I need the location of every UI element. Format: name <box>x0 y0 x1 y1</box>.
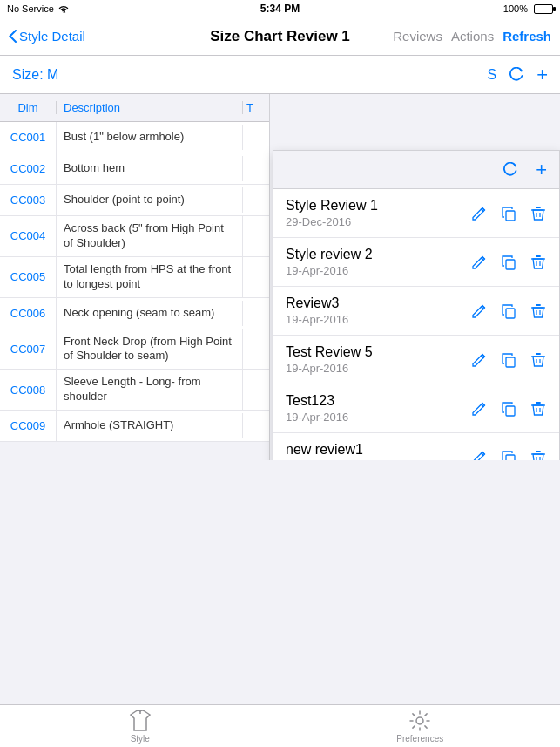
actions-button[interactable]: Actions <box>451 29 494 44</box>
review-list-item[interactable]: Review3 19-Apr-2016 <box>273 287 559 336</box>
edit-icon[interactable] <box>470 205 488 222</box>
table-header: Dim Description T <box>0 94 269 122</box>
review-item-text: new review1 22-Apr-2016 <box>286 442 470 460</box>
review-item-text: Style review 2 19-Apr-2016 <box>286 247 470 277</box>
copy-icon[interactable] <box>500 351 517 369</box>
sub-header-right: S + <box>487 65 548 85</box>
review-list-item[interactable]: Test Review 5 19-Apr-2016 <box>273 336 559 384</box>
trash-icon[interactable] <box>530 205 547 222</box>
table-row[interactable]: CC005 Total length from HPS at the front… <box>0 257 269 298</box>
review-item-text: Test123 19-Apr-2016 <box>286 393 470 424</box>
cell-desc: Bust (1" below armhole) <box>57 125 243 150</box>
edit-icon[interactable] <box>470 302 488 320</box>
svg-rect-4 <box>506 406 515 416</box>
table-row[interactable]: CC008 Sleeve Length - Long- from shoulde… <box>0 370 269 411</box>
tab-style[interactable]: Style <box>0 710 280 744</box>
review-list-item[interactable]: Style review 2 19-Apr-2016 <box>273 238 559 287</box>
table-row[interactable]: CC001 Bust (1" below armhole) <box>0 122 269 153</box>
svg-rect-5 <box>506 455 515 461</box>
review-item-date: 19-Apr-2016 <box>286 411 470 424</box>
copy-icon[interactable] <box>500 205 517 222</box>
cell-t <box>243 166 269 173</box>
review-list-item[interactable]: new review1 22-Apr-2016 <box>273 433 559 460</box>
table-row[interactable]: CC002 Bottom hem <box>0 153 269 185</box>
review-item-date: 19-Apr-2016 <box>286 362 470 375</box>
reviews-dropdown: + Style Review 1 29-Dec-2016 <box>273 150 560 460</box>
cell-desc: Sleeve Length - Long- from shoulder <box>57 370 243 410</box>
svg-rect-3 <box>506 357 515 367</box>
copy-icon[interactable] <box>500 254 517 271</box>
main-content: Size: M S + Dim Description T CC001 Bust… <box>0 56 560 704</box>
status-time: 5:34 PM <box>260 3 300 15</box>
svg-rect-2 <box>506 309 515 318</box>
col-desc-header: Description <box>57 101 243 114</box>
empty-area <box>0 460 560 704</box>
tab-preferences[interactable]: Preferences <box>280 710 561 744</box>
col-t-header: T <box>243 101 269 114</box>
cell-desc: Front Neck Drop (from High Point of Shou… <box>57 329 243 370</box>
cell-dim: CC009 <box>0 411 57 441</box>
review-item-name: new review1 <box>286 442 470 458</box>
table-row[interactable]: CC007 Front Neck Drop (from High Point o… <box>0 329 269 370</box>
size-label: Size: M <box>12 67 58 83</box>
cell-desc: Bottom hem <box>57 156 243 181</box>
trash-icon[interactable] <box>530 254 547 271</box>
cell-dim: CC007 <box>0 329 57 370</box>
dropdown-add-button[interactable]: + <box>536 160 547 180</box>
svg-point-6 <box>416 717 423 724</box>
dim-table: Dim Description T CC001 Bust (1" below a… <box>0 94 270 460</box>
refresh-button[interactable]: Refresh <box>503 29 551 44</box>
add-review-button[interactable]: + <box>536 65 548 85</box>
table-empty-area <box>0 442 269 460</box>
cell-dim: CC008 <box>0 370 57 410</box>
style-tab-icon <box>128 710 152 732</box>
trash-icon[interactable] <box>530 400 547 418</box>
edit-icon[interactable] <box>470 351 488 369</box>
cell-dim: CC004 <box>0 216 57 256</box>
preferences-tab-icon <box>408 710 431 732</box>
review-item-date: 19-Apr-2016 <box>286 313 470 326</box>
refresh-icon[interactable] <box>509 65 524 84</box>
content-area: Dim Description T CC001 Bust (1" below a… <box>0 94 560 460</box>
review-list-item[interactable]: Test123 19-Apr-2016 <box>273 384 559 433</box>
copy-icon[interactable] <box>500 302 517 320</box>
trash-icon[interactable] <box>530 302 547 320</box>
review-item-actions <box>470 254 547 271</box>
edit-icon[interactable] <box>470 400 488 418</box>
cell-desc: Across back (5" from High Point of Shoul… <box>57 216 243 256</box>
battery-label: 100% <box>503 3 528 14</box>
cell-t <box>243 134 269 141</box>
cell-t <box>243 274 269 281</box>
table-row[interactable]: CC003 Shoulder (point to point) <box>0 185 269 216</box>
copy-icon[interactable] <box>500 400 517 418</box>
review-list: Style Review 1 29-Dec-2016 <box>273 189 559 460</box>
style-tab-label: Style <box>131 734 150 744</box>
back-button[interactable]: Style Detail <box>9 29 85 44</box>
size-value: S <box>487 67 496 83</box>
wifi-icon <box>57 3 70 14</box>
table-row[interactable]: CC006 Neck opening (seam to seam) <box>0 298 269 329</box>
review-item-date: 19-Apr-2016 <box>286 264 470 277</box>
status-bar: No Service 5:34 PM 100% <box>0 0 560 17</box>
trash-icon[interactable] <box>530 351 547 369</box>
preferences-tab-label: Preferences <box>396 734 443 744</box>
nav-bar: Style Detail Size Chart Review 1 Reviews… <box>0 17 560 56</box>
cell-dim: CC005 <box>0 257 57 297</box>
review-item-actions <box>470 302 547 320</box>
table-row[interactable]: CC004 Across back (5" from High Point of… <box>0 216 269 257</box>
nav-title: Size Chart Review 1 <box>210 28 350 45</box>
review-list-item[interactable]: Style Review 1 29-Dec-2016 <box>273 189 559 238</box>
review-item-actions <box>470 351 547 369</box>
reviews-button[interactable]: Reviews <box>393 29 442 44</box>
trash-icon[interactable] <box>530 449 547 461</box>
edit-icon[interactable] <box>470 449 488 461</box>
cell-desc: Neck opening (seam to seam) <box>57 301 243 326</box>
copy-icon[interactable] <box>500 449 517 461</box>
svg-rect-1 <box>506 260 515 269</box>
review-item-date: 22-Apr-2016 <box>286 459 470 460</box>
dropdown-refresh-icon[interactable] <box>503 161 518 178</box>
edit-icon[interactable] <box>470 254 488 271</box>
table-row[interactable]: CC009 Armhole (STRAIGHT) <box>0 411 269 442</box>
review-item-name: Review3 <box>286 295 470 311</box>
cell-desc: Total length from HPS at the front to lo… <box>57 257 243 297</box>
